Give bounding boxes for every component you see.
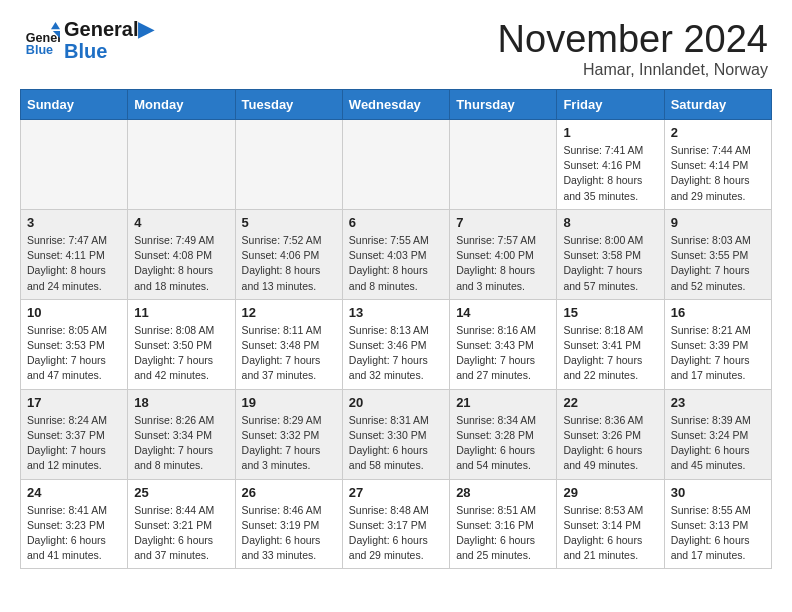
calendar-cell: 4Sunrise: 7:49 AMSunset: 4:08 PMDaylight… bbox=[128, 209, 235, 299]
day-number: 15 bbox=[563, 305, 657, 320]
day-info: Sunrise: 8:00 AMSunset: 3:58 PMDaylight:… bbox=[563, 233, 657, 294]
day-number: 26 bbox=[242, 485, 336, 500]
calendar-cell: 30Sunrise: 8:55 AMSunset: 3:13 PMDayligh… bbox=[664, 479, 771, 569]
calendar-cell: 15Sunrise: 8:18 AMSunset: 3:41 PMDayligh… bbox=[557, 299, 664, 389]
day-number: 4 bbox=[134, 215, 228, 230]
day-number: 29 bbox=[563, 485, 657, 500]
calendar-cell: 7Sunrise: 7:57 AMSunset: 4:00 PMDaylight… bbox=[450, 209, 557, 299]
calendar-cell: 5Sunrise: 7:52 AMSunset: 4:06 PMDaylight… bbox=[235, 209, 342, 299]
day-number: 3 bbox=[27, 215, 121, 230]
calendar-cell: 3Sunrise: 7:47 AMSunset: 4:11 PMDaylight… bbox=[21, 209, 128, 299]
calendar-cell: 1Sunrise: 7:41 AMSunset: 4:16 PMDaylight… bbox=[557, 120, 664, 210]
day-info: Sunrise: 8:08 AMSunset: 3:50 PMDaylight:… bbox=[134, 323, 228, 384]
svg-text:Blue: Blue bbox=[26, 43, 53, 57]
calendar-cell: 11Sunrise: 8:08 AMSunset: 3:50 PMDayligh… bbox=[128, 299, 235, 389]
day-number: 1 bbox=[563, 125, 657, 140]
calendar-cell: 23Sunrise: 8:39 AMSunset: 3:24 PMDayligh… bbox=[664, 389, 771, 479]
weekday-header-friday: Friday bbox=[557, 90, 664, 120]
day-number: 28 bbox=[456, 485, 550, 500]
calendar-cell: 20Sunrise: 8:31 AMSunset: 3:30 PMDayligh… bbox=[342, 389, 449, 479]
day-info: Sunrise: 8:11 AMSunset: 3:48 PMDaylight:… bbox=[242, 323, 336, 384]
day-number: 13 bbox=[349, 305, 443, 320]
day-info: Sunrise: 8:24 AMSunset: 3:37 PMDaylight:… bbox=[27, 413, 121, 474]
day-number: 19 bbox=[242, 395, 336, 410]
calendar-cell: 8Sunrise: 8:00 AMSunset: 3:58 PMDaylight… bbox=[557, 209, 664, 299]
day-info: Sunrise: 8:16 AMSunset: 3:43 PMDaylight:… bbox=[456, 323, 550, 384]
weekday-header-tuesday: Tuesday bbox=[235, 90, 342, 120]
calendar-cell bbox=[342, 120, 449, 210]
day-number: 30 bbox=[671, 485, 765, 500]
day-info: Sunrise: 8:26 AMSunset: 3:34 PMDaylight:… bbox=[134, 413, 228, 474]
day-info: Sunrise: 8:29 AMSunset: 3:32 PMDaylight:… bbox=[242, 413, 336, 474]
day-number: 12 bbox=[242, 305, 336, 320]
day-number: 7 bbox=[456, 215, 550, 230]
day-number: 6 bbox=[349, 215, 443, 230]
calendar-wrapper: SundayMondayTuesdayWednesdayThursdayFrid… bbox=[0, 89, 792, 579]
month-title: November 2024 bbox=[498, 18, 768, 61]
day-number: 17 bbox=[27, 395, 121, 410]
day-info: Sunrise: 7:55 AMSunset: 4:03 PMDaylight:… bbox=[349, 233, 443, 294]
calendar-week-row: 10Sunrise: 8:05 AMSunset: 3:53 PMDayligh… bbox=[21, 299, 772, 389]
weekday-header-row: SundayMondayTuesdayWednesdayThursdayFrid… bbox=[21, 90, 772, 120]
calendar-cell bbox=[21, 120, 128, 210]
day-number: 18 bbox=[134, 395, 228, 410]
day-info: Sunrise: 8:31 AMSunset: 3:30 PMDaylight:… bbox=[349, 413, 443, 474]
day-info: Sunrise: 8:21 AMSunset: 3:39 PMDaylight:… bbox=[671, 323, 765, 384]
day-info: Sunrise: 7:52 AMSunset: 4:06 PMDaylight:… bbox=[242, 233, 336, 294]
day-info: Sunrise: 8:03 AMSunset: 3:55 PMDaylight:… bbox=[671, 233, 765, 294]
day-number: 9 bbox=[671, 215, 765, 230]
calendar-cell: 14Sunrise: 8:16 AMSunset: 3:43 PMDayligh… bbox=[450, 299, 557, 389]
weekday-header-sunday: Sunday bbox=[21, 90, 128, 120]
calendar-week-row: 1Sunrise: 7:41 AMSunset: 4:16 PMDaylight… bbox=[21, 120, 772, 210]
title-block: November 2024 Hamar, Innlandet, Norway bbox=[498, 18, 768, 79]
calendar-cell: 21Sunrise: 8:34 AMSunset: 3:28 PMDayligh… bbox=[450, 389, 557, 479]
calendar-cell: 6Sunrise: 7:55 AMSunset: 4:03 PMDaylight… bbox=[342, 209, 449, 299]
day-info: Sunrise: 8:39 AMSunset: 3:24 PMDaylight:… bbox=[671, 413, 765, 474]
day-info: Sunrise: 8:18 AMSunset: 3:41 PMDaylight:… bbox=[563, 323, 657, 384]
day-info: Sunrise: 7:44 AMSunset: 4:14 PMDaylight:… bbox=[671, 143, 765, 204]
calendar-week-row: 24Sunrise: 8:41 AMSunset: 3:23 PMDayligh… bbox=[21, 479, 772, 569]
calendar-cell: 22Sunrise: 8:36 AMSunset: 3:26 PMDayligh… bbox=[557, 389, 664, 479]
weekday-header-monday: Monday bbox=[128, 90, 235, 120]
calendar-cell: 28Sunrise: 8:51 AMSunset: 3:16 PMDayligh… bbox=[450, 479, 557, 569]
weekday-header-saturday: Saturday bbox=[664, 90, 771, 120]
weekday-header-wednesday: Wednesday bbox=[342, 90, 449, 120]
calendar-cell: 18Sunrise: 8:26 AMSunset: 3:34 PMDayligh… bbox=[128, 389, 235, 479]
day-number: 20 bbox=[349, 395, 443, 410]
calendar-cell: 13Sunrise: 8:13 AMSunset: 3:46 PMDayligh… bbox=[342, 299, 449, 389]
location: Hamar, Innlandet, Norway bbox=[498, 61, 768, 79]
calendar-cell: 16Sunrise: 8:21 AMSunset: 3:39 PMDayligh… bbox=[664, 299, 771, 389]
calendar-cell bbox=[128, 120, 235, 210]
day-number: 10 bbox=[27, 305, 121, 320]
calendar-cell bbox=[450, 120, 557, 210]
day-number: 22 bbox=[563, 395, 657, 410]
day-info: Sunrise: 8:51 AMSunset: 3:16 PMDaylight:… bbox=[456, 503, 550, 564]
calendar-cell: 17Sunrise: 8:24 AMSunset: 3:37 PMDayligh… bbox=[21, 389, 128, 479]
day-info: Sunrise: 8:55 AMSunset: 3:13 PMDaylight:… bbox=[671, 503, 765, 564]
day-info: Sunrise: 8:36 AMSunset: 3:26 PMDaylight:… bbox=[563, 413, 657, 474]
day-number: 25 bbox=[134, 485, 228, 500]
day-info: Sunrise: 8:53 AMSunset: 3:14 PMDaylight:… bbox=[563, 503, 657, 564]
page-header: General Blue General▶ Blue November 2024… bbox=[0, 0, 792, 89]
day-info: Sunrise: 8:48 AMSunset: 3:17 PMDaylight:… bbox=[349, 503, 443, 564]
day-info: Sunrise: 8:34 AMSunset: 3:28 PMDaylight:… bbox=[456, 413, 550, 474]
weekday-header-thursday: Thursday bbox=[450, 90, 557, 120]
day-number: 5 bbox=[242, 215, 336, 230]
logo-icon: General Blue bbox=[24, 22, 60, 58]
day-number: 24 bbox=[27, 485, 121, 500]
day-number: 23 bbox=[671, 395, 765, 410]
calendar-cell: 19Sunrise: 8:29 AMSunset: 3:32 PMDayligh… bbox=[235, 389, 342, 479]
calendar-cell bbox=[235, 120, 342, 210]
calendar-week-row: 3Sunrise: 7:47 AMSunset: 4:11 PMDaylight… bbox=[21, 209, 772, 299]
calendar-cell: 9Sunrise: 8:03 AMSunset: 3:55 PMDaylight… bbox=[664, 209, 771, 299]
day-number: 14 bbox=[456, 305, 550, 320]
day-info: Sunrise: 7:57 AMSunset: 4:00 PMDaylight:… bbox=[456, 233, 550, 294]
day-number: 8 bbox=[563, 215, 657, 230]
calendar-cell: 10Sunrise: 8:05 AMSunset: 3:53 PMDayligh… bbox=[21, 299, 128, 389]
calendar-cell: 12Sunrise: 8:11 AMSunset: 3:48 PMDayligh… bbox=[235, 299, 342, 389]
calendar-cell: 24Sunrise: 8:41 AMSunset: 3:23 PMDayligh… bbox=[21, 479, 128, 569]
calendar-cell: 27Sunrise: 8:48 AMSunset: 3:17 PMDayligh… bbox=[342, 479, 449, 569]
calendar-table: SundayMondayTuesdayWednesdayThursdayFrid… bbox=[20, 89, 772, 569]
day-info: Sunrise: 7:47 AMSunset: 4:11 PMDaylight:… bbox=[27, 233, 121, 294]
day-info: Sunrise: 7:41 AMSunset: 4:16 PMDaylight:… bbox=[563, 143, 657, 204]
